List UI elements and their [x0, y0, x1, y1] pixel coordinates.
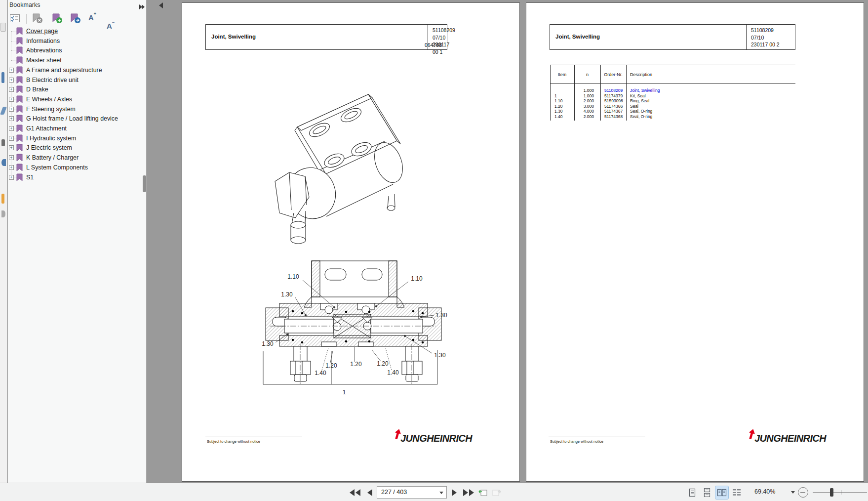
bookmark-item[interactable]: +D Brake [8, 85, 146, 95]
bookmark-label: B Electric drive unit [26, 77, 79, 84]
bookmark-label: A Frame and superstructure [26, 67, 102, 74]
bookmark-item[interactable]: Master sheet [8, 56, 146, 66]
bookmark-item[interactable]: Informations [8, 37, 146, 46]
nav-strip-icon-fragment[interactable] [1, 139, 5, 146]
single-page-view-button[interactable] [686, 486, 699, 499]
item-cell: 1 [554, 93, 557, 99]
panel-resize-border[interactable] [146, 0, 147, 483]
parts-row: 1.304.00051174367Seal, O-ring [550, 109, 795, 114]
title-block-numbers: 51108209 07/10 230117 00 2 [746, 25, 795, 49]
expand-icon[interactable]: + [9, 136, 14, 141]
footer-rule [205, 436, 302, 436]
bookmark-item[interactable]: +S1 [8, 173, 146, 183]
quantity-cell: 2.000 [574, 98, 594, 104]
expand-icon[interactable]: + [9, 78, 14, 83]
nav-strip-icon-fragment[interactable] [0, 23, 6, 32]
bookmark-item[interactable]: +A Frame and superstructure [8, 66, 146, 76]
bookmark-label: K Battery / Charger [26, 154, 79, 161]
scrolling-view-button[interactable] [701, 486, 713, 499]
tree-connector [11, 41, 16, 42]
last-page-button[interactable] [462, 487, 475, 499]
title-block: Joint, Swivelling 51108209 07/10 230117 … [550, 24, 795, 50]
callout-label: 1.10 [411, 275, 423, 282]
bookmark-item[interactable]: Cover page [8, 27, 146, 37]
description-cell: Seal, O-ring [630, 109, 652, 114]
document-canvas: Joint, Swivelling 064768 51108209 07/10 … [147, 0, 868, 483]
isometric-view [275, 94, 408, 244]
bookmark-item[interactable]: +E Wheels / Axles [8, 95, 146, 105]
bookmark-item[interactable]: +J Electric system [8, 143, 146, 153]
expand-icon[interactable]: + [9, 175, 14, 180]
expand-icon[interactable]: + [9, 116, 14, 121]
delete-bookmark-icon[interactable] [32, 13, 43, 26]
expand-icon[interactable]: + [9, 107, 14, 112]
scrolling-page-icon [703, 488, 711, 497]
bookmark-options-icon[interactable] [9, 13, 20, 25]
collapse-panel-chevrons-icon[interactable] [139, 2, 145, 11]
page-number-field[interactable]: 227 / 403 [377, 486, 447, 499]
bookmark-icon [16, 105, 23, 114]
bookmark-label: E Wheels / Axles [26, 96, 72, 103]
expand-icon[interactable]: + [9, 145, 14, 150]
bookmark-icon [16, 144, 23, 152]
nav-strip-icon-fragment[interactable] [0, 107, 7, 115]
sheet-number: 230117 00 2 [751, 41, 795, 48]
parts-row: 1.402.00051174368Seal, O-ring [550, 114, 795, 120]
expand-icon[interactable]: + [9, 126, 14, 131]
bookmark-item[interactable]: +B Electric drive unit [8, 76, 146, 85]
go-to-bookmark-icon[interactable] [70, 13, 81, 26]
bookmark-label: J Electric system [26, 144, 72, 151]
zoom-out-button[interactable] [798, 487, 808, 498]
bookmark-label: F Steering system [26, 106, 76, 113]
previous-page-button[interactable] [366, 487, 374, 499]
description-cell: Seal [630, 104, 638, 109]
previous-view-icon [477, 488, 488, 498]
description-cell[interactable]: Joint, Swivelling [630, 88, 660, 93]
previous-view-button[interactable] [477, 487, 489, 499]
hide-panel-arrow-icon[interactable] [159, 2, 166, 9]
nav-strip-icon-fragment[interactable] [1, 159, 6, 166]
callout-label: 1.10 [287, 273, 299, 280]
bookmark-icon [16, 134, 23, 143]
bookmark-item[interactable]: +G Hoist frame / Load lifting device [8, 114, 146, 124]
item-cell: 1.20 [554, 104, 563, 109]
zoom-slider-track[interactable] [813, 492, 867, 493]
bookmark-item[interactable]: Abbrevations [8, 46, 146, 56]
order-number-cell: 51174368 [604, 114, 623, 120]
bookmark-icon [16, 46, 23, 55]
callout-label: 1.20 [350, 361, 362, 368]
new-bookmark-icon[interactable] [51, 13, 63, 26]
zoom-slider-handle[interactable] [830, 488, 833, 497]
callout-label: 1.30 [435, 312, 447, 319]
callout-label: 1 [343, 389, 346, 396]
expand-icon[interactable]: + [9, 97, 14, 102]
bookmark-item[interactable]: +K Battery / Charger [8, 153, 146, 163]
nav-strip-icon-fragment[interactable] [1, 72, 4, 83]
order-number-cell[interactable]: 51108209 [604, 88, 623, 93]
bookmark-item[interactable]: +G1 Attachment [8, 124, 146, 134]
bookmark-icon [16, 173, 23, 182]
order-number-cell: 51174367 [604, 109, 623, 114]
nav-strip-icon-fragment[interactable] [1, 194, 4, 204]
technical-drawing: 1.101.101.301.301.301.301.201.201.201.40… [182, 3, 520, 482]
two-page-view-button[interactable] [715, 486, 728, 499]
next-view-button[interactable] [491, 487, 503, 499]
expand-icon[interactable]: + [9, 165, 14, 170]
zoom-level-display[interactable]: 69.40% [754, 488, 775, 495]
expand-icon[interactable]: + [9, 155, 14, 160]
bookmark-icon [16, 85, 23, 94]
bookmark-item[interactable]: +F Steering system [8, 105, 146, 115]
nav-strip-icon-fragment[interactable] [1, 210, 5, 217]
bookmark-item[interactable]: +I Hydraulic system [8, 134, 146, 144]
first-page-button[interactable] [349, 487, 361, 499]
expand-icon[interactable]: + [9, 87, 14, 92]
page-dropdown-caret-icon[interactable] [439, 492, 443, 494]
increase-text-size-icon[interactable]: A+ [88, 13, 227, 22]
zoom-dropdown-caret-icon[interactable] [791, 491, 795, 494]
expand-icon[interactable]: + [9, 68, 14, 73]
bookmark-item[interactable]: +L System Components [8, 163, 146, 173]
order-number-cell: 51174366 [604, 104, 623, 109]
panel-resize-grip[interactable] [143, 175, 146, 192]
two-page-scrolling-view-button[interactable] [730, 486, 743, 499]
next-page-button[interactable] [450, 487, 458, 499]
